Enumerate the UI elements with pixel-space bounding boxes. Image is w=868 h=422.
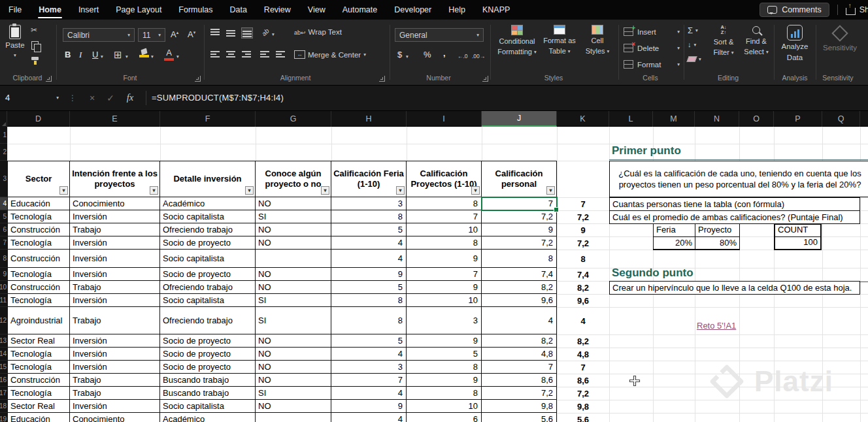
- insert-cells-button[interactable]: Insert ▾: [624, 27, 680, 36]
- cell-I15[interactable]: 8: [407, 361, 482, 374]
- cell-H14[interactable]: 4: [331, 348, 407, 361]
- bottom-align-button[interactable]: [242, 28, 252, 38]
- tab-help[interactable]: Help: [440, 0, 474, 20]
- cell-J9[interactable]: 7,4: [482, 268, 557, 281]
- cell-J5[interactable]: 7,2: [482, 210, 557, 223]
- row-header-4[interactable]: 4: [0, 197, 7, 210]
- cell-G15[interactable]: NO: [256, 361, 331, 374]
- cell-E17[interactable]: Trabajo: [70, 387, 160, 400]
- decrease-font-button[interactable]: ▾: [188, 29, 195, 39]
- count-label-cell[interactable]: COUNT: [774, 223, 822, 237]
- number-dialog-launcher[interactable]: [482, 76, 488, 82]
- increase-font-button[interactable]: ▴: [171, 29, 178, 39]
- percent-style-button[interactable]: %: [424, 50, 431, 59]
- table-header-J3[interactable]: Calificación personal▾: [482, 161, 557, 197]
- cell-I14[interactable]: 5: [407, 348, 482, 361]
- chevron-down-icon[interactable]: ▾: [176, 54, 179, 59]
- cell-D14[interactable]: Tecnología: [7, 348, 70, 361]
- cell-E13[interactable]: Inversión: [70, 334, 160, 348]
- selected-cell-outline[interactable]: [481, 197, 558, 211]
- filter-button[interactable]: ▾: [546, 186, 555, 195]
- column-header-M[interactable]: M: [653, 111, 695, 127]
- cell-K9[interactable]: 7,4: [557, 268, 609, 281]
- proyecto-label-cell[interactable]: Proyecto: [695, 223, 740, 237]
- column-header-E[interactable]: E: [70, 111, 160, 127]
- cell-J10[interactable]: 8,2: [482, 281, 557, 294]
- find-select-button[interactable]: Find & Select▾: [741, 25, 771, 56]
- filter-button[interactable]: ▾: [150, 186, 158, 195]
- cell-G14[interactable]: NO: [256, 348, 331, 361]
- cell-K14[interactable]: 4,8: [557, 348, 609, 361]
- delete-cells-button[interactable]: Delete ▾: [624, 44, 680, 52]
- format-painter-button[interactable]: [31, 57, 39, 60]
- bold-button[interactable]: B: [65, 50, 71, 59]
- cell-E4[interactable]: Conocimiento: [70, 197, 160, 210]
- cell-F13[interactable]: Socio de proyecto: [160, 334, 256, 348]
- row-header-9[interactable]: 9: [0, 268, 7, 281]
- name-box[interactable]: 4 ▾: [0, 85, 63, 110]
- insert-function-button[interactable]: fx: [120, 92, 141, 103]
- cell-F9[interactable]: Socio de proyecto: [160, 268, 256, 281]
- cell-J17[interactable]: 7,2: [482, 387, 557, 400]
- column-header-O[interactable]: O: [739, 111, 774, 127]
- column-header-Q[interactable]: Q: [822, 111, 860, 127]
- formula-input[interactable]: =SUMPRODUCT(M$7:N$7;H4:I4): [152, 93, 284, 103]
- orientation-button[interactable]: [259, 27, 270, 37]
- row-header-11[interactable]: 11: [0, 294, 7, 307]
- format-as-table-button[interactable]: Format as Table▾: [540, 25, 579, 56]
- formula-bar-splitter[interactable]: ⋮: [69, 93, 77, 103]
- cell-E10[interactable]: Trabajo: [70, 281, 160, 294]
- merge-center-button[interactable]: Merge & Center ▾: [294, 50, 366, 59]
- table-header-G3[interactable]: Conoce algún proyecto o no▾: [256, 161, 331, 197]
- cell-K11[interactable]: 9,6: [557, 294, 609, 307]
- cell-J16[interactable]: 8,6: [482, 374, 557, 387]
- alignment-dialog-launcher[interactable]: [379, 76, 385, 82]
- row-header-19[interactable]: 19: [0, 413, 7, 422]
- cell-K18[interactable]: 9,8: [557, 400, 609, 413]
- tab-review[interactable]: Review: [256, 0, 299, 20]
- cell-I6[interactable]: 10: [407, 223, 482, 236]
- cell-D18[interactable]: Sector Real: [7, 400, 70, 413]
- cell-I8[interactable]: 9: [407, 250, 482, 268]
- cell-H5[interactable]: 8: [331, 210, 407, 223]
- chevron-down-icon[interactable]: ▾: [272, 31, 275, 37]
- autosum-button[interactable]: Σ ▾: [688, 25, 698, 35]
- cell-I11[interactable]: 10: [407, 294, 482, 307]
- cell-H11[interactable]: 8: [331, 294, 407, 307]
- cell-F19[interactable]: Académico: [160, 413, 256, 422]
- cell-E12[interactable]: Trabajo: [70, 307, 160, 334]
- table-header-I3[interactable]: Calificación Proyectos (1-10)▾: [407, 161, 482, 197]
- borders-button[interactable]: ⊞: [114, 49, 122, 61]
- cell-styles-button[interactable]: Cell Styles▾: [580, 25, 614, 56]
- chevron-down-icon[interactable]: ▾: [151, 54, 154, 59]
- top-align-button[interactable]: [210, 29, 220, 37]
- accounting-format-button[interactable]: $: [397, 50, 402, 59]
- decrease-indent-button[interactable]: [260, 51, 269, 59]
- cell-K6[interactable]: 9: [557, 223, 609, 236]
- column-header-L[interactable]: L: [609, 111, 653, 127]
- cell-H4[interactable]: 3: [331, 197, 407, 210]
- cell-F7[interactable]: Socio de proyecto: [160, 236, 256, 250]
- cell-J11[interactable]: 9,6: [482, 294, 557, 307]
- tab-knapp[interactable]: KNAPP: [474, 0, 518, 20]
- middle-align-button[interactable]: [226, 29, 235, 37]
- fill-button[interactable]: ▾: [688, 41, 696, 48]
- cell-D10[interactable]: Construcción: [7, 281, 70, 294]
- tab-page-layout[interactable]: Page Layout: [107, 0, 170, 20]
- cell-I7[interactable]: 8: [407, 236, 482, 250]
- cell-D17[interactable]: Tecnología: [7, 387, 70, 400]
- cell-E16[interactable]: Trabajo: [70, 374, 160, 387]
- column-header-N[interactable]: N: [695, 111, 739, 127]
- cell-F12[interactable]: Ofreciendo trabajo: [160, 307, 256, 334]
- filter-button[interactable]: ▾: [245, 186, 254, 195]
- cell-J8[interactable]: 8: [482, 250, 557, 268]
- cell-H17[interactable]: 4: [331, 387, 407, 400]
- cell-D15[interactable]: Tecnología: [7, 361, 70, 374]
- cell-E18[interactable]: Inversión: [70, 400, 160, 413]
- cell-F6[interactable]: Ofreciendo trabajo: [160, 223, 256, 236]
- question4-box[interactable]: Crear un hipervínculo que lo lleve a la …: [609, 281, 860, 295]
- column-header-F[interactable]: F: [160, 111, 256, 127]
- cell-E11[interactable]: Inversión: [70, 294, 160, 307]
- tab-view[interactable]: View: [299, 0, 334, 20]
- cell-K12[interactable]: 4: [557, 307, 609, 334]
